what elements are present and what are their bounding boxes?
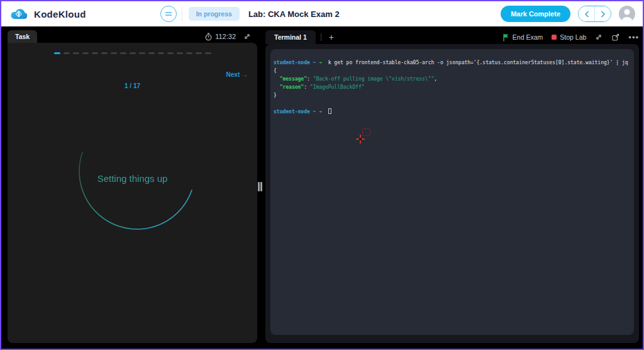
- person-icon: [619, 6, 635, 22]
- task-content: Next → 1 / 17 Setting things up: [8, 43, 257, 343]
- app-window: KodeKloud In progress Lab: CKA Mock Exam…: [0, 0, 644, 350]
- stopwatch-icon: [205, 33, 212, 41]
- progress-step: [64, 52, 70, 54]
- progress-step: [148, 52, 155, 54]
- end-exam-button[interactable]: End Exam: [502, 33, 543, 42]
- progress-step: [196, 52, 202, 54]
- task-expand-button[interactable]: [243, 33, 251, 40]
- next-question-button[interactable]: [595, 6, 611, 21]
- progress-step: [101, 52, 108, 54]
- stop-lab-label: Stop Lab: [560, 33, 586, 41]
- prev-question-button[interactable]: [579, 6, 594, 21]
- main-area: Task 112:32: [1, 26, 643, 349]
- more-options-button[interactable]: •••: [628, 33, 639, 42]
- terminal-output: student-node ~ ➜ k get po frontend-stabl…: [274, 59, 630, 116]
- menu-lines-icon: [164, 10, 173, 18]
- user-avatar[interactable]: [619, 6, 635, 22]
- logo-text: KodeKloud: [34, 9, 86, 20]
- progress-step: [177, 52, 183, 54]
- mark-complete-button[interactable]: Mark Complete: [501, 6, 570, 22]
- page-title: Lab: CKA Mock Exam 2: [248, 9, 340, 19]
- panel-toggle-button[interactable]: [160, 6, 177, 22]
- top-bar: KodeKloud In progress Lab: CKA Mock Exam…: [1, 1, 643, 26]
- progress-steps: [8, 43, 257, 54]
- expand-icon: [595, 33, 602, 41]
- open-in-new-icon: [611, 33, 619, 42]
- flag-icon: [502, 33, 509, 42]
- pointer-crosshair-icon: [356, 135, 365, 144]
- chevron-right-icon: [601, 11, 606, 18]
- question-nav: [578, 6, 611, 22]
- progress-step: [167, 52, 174, 54]
- progress-step: [54, 52, 60, 54]
- progress-step: [92, 52, 98, 54]
- tab-terminal-1[interactable]: Terminal 1: [265, 30, 316, 44]
- tab-task[interactable]: Task: [8, 30, 37, 43]
- progress-step: [73, 52, 79, 54]
- stop-lab-button[interactable]: Stop Lab: [552, 33, 586, 41]
- panel-resize-handle[interactable]: [258, 182, 263, 191]
- progress-step: [82, 52, 89, 54]
- terminal-panel: Terminal 1 + End Exam Stop Lab: [265, 30, 639, 343]
- progress-step: [130, 52, 136, 54]
- progress-step: [158, 52, 164, 54]
- task-panel: Task 112:32: [8, 30, 257, 343]
- progress-step: [205, 52, 211, 54]
- stop-icon: [552, 35, 557, 40]
- end-exam-label: End Exam: [513, 33, 543, 41]
- status-badge: In progress: [189, 7, 240, 21]
- terminal-container: student-node ~ ➜ k get po frontend-stabl…: [265, 44, 639, 343]
- expand-icon: [243, 33, 251, 40]
- progress-step: [139, 52, 145, 54]
- next-task-link[interactable]: Next →: [226, 71, 248, 78]
- kodekloud-cloud-icon: [9, 6, 29, 21]
- task-progress-label: 1 / 17: [8, 82, 257, 89]
- loading-text: Setting things up: [8, 173, 257, 184]
- timer-value: 112:32: [215, 33, 236, 40]
- progress-step: [111, 52, 117, 54]
- add-terminal-button[interactable]: +: [326, 33, 336, 42]
- progress-step: [120, 52, 126, 54]
- terminal-screen[interactable]: student-node ~ ➜ k get po frontend-stabl…: [270, 49, 634, 335]
- chevron-left-icon: [584, 11, 589, 18]
- progress-step: [186, 52, 192, 54]
- kodekloud-logo: KodeKloud: [9, 6, 86, 21]
- header-divider: [182, 7, 182, 21]
- exam-timer: 112:32: [205, 33, 236, 41]
- open-external-button[interactable]: [611, 33, 619, 42]
- tab-separator: [321, 33, 321, 41]
- terminal-expand-button[interactable]: [595, 33, 602, 41]
